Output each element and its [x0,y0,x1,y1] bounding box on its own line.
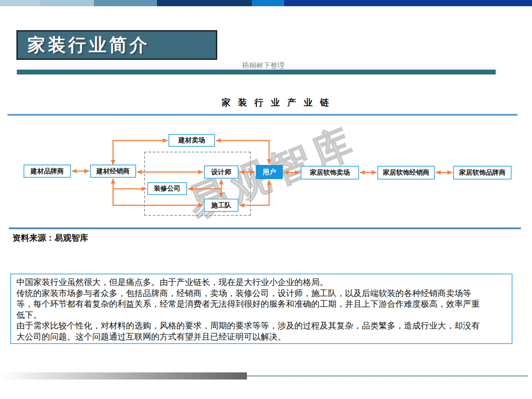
top-bar-segment-3 [94,0,157,6]
summary-line: 等，每个环节都有着复杂的利益关系，经常是消费者无法得到很好的服务和准确的工期，并… [16,298,506,309]
diagram-node-jiancai-maichang: 建材卖场 [168,134,215,147]
top-decorative-bar [0,0,532,6]
top-bar-segment-5 [252,0,284,6]
top-bar-segment-6 [284,0,532,6]
title-underline-bar [17,70,496,74]
slide-title: 家装行业简介 [27,33,150,57]
footer-gradient-bar [0,372,247,379]
diagram-node-shejishi: 设计师 [204,165,239,179]
top-bar-segment-2 [40,0,94,6]
diagram-node-jiancai-jingxiaoshang: 建材经销商 [90,164,136,178]
diagram-node-yonghu: 用户 [256,165,283,179]
compiler-note: 梧桐树下整理 [242,61,285,70]
diagram-node-zhuangxiu-gongsi: 装修公司 [147,182,187,195]
diagram-bottom-rule [9,227,521,229]
diagram-arrow-8 [113,179,146,189]
diagram-node-jiaju-ruanshi-maichang: 家居软饰卖场 [301,166,359,180]
top-bar-segment-4 [157,0,252,6]
diagram-node-jiancai-pinpaishang: 建材品牌商 [23,164,71,178]
summary-line: 大公司的问题。这个问题通过互联网的方式有望并且已经证明可以解决。 [16,331,506,342]
diagram-title: 家装行业产业链 [222,97,336,109]
footer-thin-line [247,375,528,377]
diagram-top-rule [8,114,517,116]
diagram-node-jiaju-ruanshi-pinpaishang: 家居软饰品牌商 [453,166,512,180]
slide-title-box: 家装行业简介 [16,30,217,60]
summary-line: 由于需求比较个性化，对材料的选购，风格的要求，周期的要求等等，涉及的过程及其复杂… [16,320,506,331]
source-note: 资料来源：易观智库 [12,232,88,244]
slide-root: 家装行业简介 梧桐树下整理 家装行业产业链 易观智库 建材品牌商建材经销商建材卖… [0,0,532,399]
summary-line: 中国家装行业虽然很大，但是痛点多。由于产业链长，现在是大行业小企业的格局。 [16,277,506,288]
summary-line: 低下。 [16,309,506,321]
summary-line: 传统的家装市场参与者众多，包括品牌商，经销商，卖场，装修公司，设计师，施工队，以… [16,288,506,299]
diagram-node-jiaju-ruanshi-jingxiaoshang: 家居软饰经销商 [377,166,435,180]
diagram-node-shigongdui: 施工队 [204,199,239,212]
summary-text-box: 中国家装行业虽然很大，但是痛点多。由于产业链长，现在是大行业小企业的格局。传统的… [10,274,512,344]
top-bar-segment-1 [0,0,40,6]
